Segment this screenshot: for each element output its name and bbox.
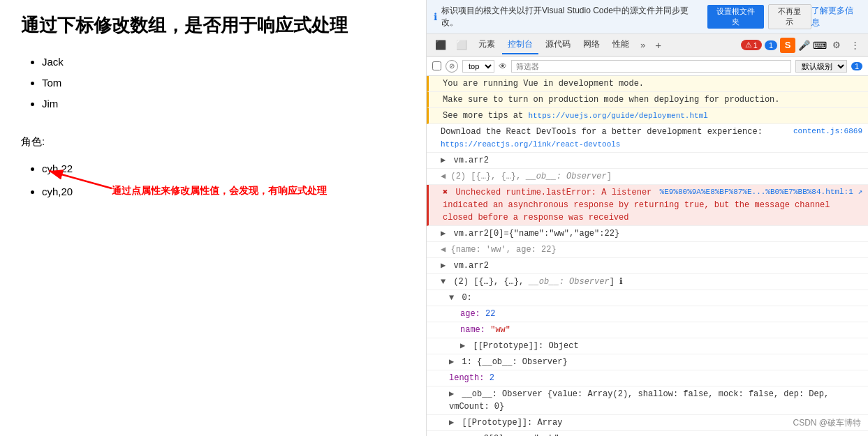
name-list: Jack Tom Jim xyxy=(21,52,405,114)
console-line-1: ▶ 1: {__ob__: Observer} xyxy=(427,354,868,370)
console-line-length: length: 2 xyxy=(427,370,868,386)
expand-icon-8[interactable]: ▶ xyxy=(449,389,454,399)
set-root-button[interactable]: 设置根文件夹 xyxy=(707,5,764,29)
console-line-vmarr2-expand: ▼ (2) [{…}, {…}, __ob__: Observer] ℹ xyxy=(427,274,868,290)
console-line-age: age: 22 xyxy=(427,306,868,322)
mic-icon: 🎤 xyxy=(798,40,810,51)
learn-more-link[interactable]: 了解更多信息 xyxy=(811,5,861,29)
more-tabs-icon[interactable]: » xyxy=(636,37,649,53)
error-icon-red: ✖ xyxy=(443,188,448,197)
main-title: 通过下标修改数组，是否用于响应式处理 xyxy=(21,14,405,38)
info-bar-left: ℹ 标识项目的根文件夹以打开Visual Studio Code中的源文件并同步… xyxy=(434,4,811,29)
react-devtools-link[interactable]: https://reactjs.org/link/react-devtools xyxy=(441,140,620,149)
add-tab-icon[interactable]: + xyxy=(651,36,665,54)
expand-icon-6[interactable]: ▶ xyxy=(460,341,465,351)
console-line-ob: ▶ __ob__: Observer {value: Array(2), sha… xyxy=(427,386,868,415)
tab-console[interactable]: 控制台 xyxy=(502,36,538,54)
console-line-vue-1: You are running Vue in development mode. xyxy=(427,76,868,92)
warning-badge: 1 xyxy=(765,40,777,50)
list-item: Tom xyxy=(42,73,405,93)
filter-checkbox[interactable] xyxy=(432,61,441,70)
eye-icon[interactable]: 👁 xyxy=(499,61,507,71)
console-line-name: name: "ww" xyxy=(427,322,868,338)
role-item-1: cyh,22 xyxy=(42,157,405,180)
error-icon: ⚠ xyxy=(745,40,752,50)
expand-icon-3[interactable]: ▶ xyxy=(441,261,446,271)
tab-sources[interactable]: 源代码 xyxy=(540,36,576,54)
console-line-vue-2: Make sure to turn on production mode whe… xyxy=(427,92,868,108)
translate-icon: ⌨ xyxy=(813,40,827,51)
tab-performance[interactable]: 性能 xyxy=(607,36,635,54)
console-content[interactable]: You are running Vue in development mode.… xyxy=(427,76,868,436)
error-badge: ⚠ 1 xyxy=(741,40,762,50)
content-js-link[interactable]: content.js:6869 xyxy=(793,126,862,137)
expand-icon-7[interactable]: ▶ xyxy=(449,357,454,367)
tab-network[interactable]: 网络 xyxy=(578,36,605,54)
level-badge: 1 xyxy=(851,62,862,70)
info-bar: ℹ 标识项目的根文件夹以打开Visual Studio Code中的源文件并同步… xyxy=(427,0,868,34)
console-line-react: content.js:6869 Download the React DevTo… xyxy=(427,124,868,153)
expand-icon-2[interactable]: ▶ xyxy=(441,229,446,239)
clear-console-icon[interactable]: ⊘ xyxy=(446,60,458,73)
devtools-tabs: ⬛ ⬜ 元素 控制台 源代码 网络 性能 » + ⚠ 1 1 S 🎤 ⌨ ⚙ ⋮ xyxy=(427,34,868,57)
filter-bar: ⊘ top 👁 默认级别 1 xyxy=(427,57,868,76)
console-line-set-result: ◀ {name: 'ww', age: 22} xyxy=(427,242,868,258)
context-select[interactable]: top xyxy=(462,60,494,73)
filter-input[interactable] xyxy=(511,60,791,73)
right-panel: ℹ 标识项目的根文件夹以打开Visual Studio Code中的源文件并同步… xyxy=(426,0,868,436)
console-line-set-item: ▶ vm.arr2[0]={"name":"ww","age":22} xyxy=(427,226,868,242)
more-options-icon[interactable]: ⋮ xyxy=(846,37,864,53)
expand-icon-4[interactable]: ▼ xyxy=(441,277,446,287)
error-source-link[interactable]: %E9%80%9A%E8%BF%87%E...%B0%E7%BB%84.html… xyxy=(660,186,862,198)
left-panel: 通过下标修改数组，是否用于响应式处理 Jack Tom Jim 角色: cyh,… xyxy=(0,0,426,436)
list-item: Jack xyxy=(42,52,405,73)
tab-badges-area: ⚠ 1 1 S 🎤 ⌨ xyxy=(741,38,827,53)
console-line-vmarr2-result-1: ◀ (2) [{…}, {…}, __ob__: Observer] xyxy=(427,169,868,185)
level-select[interactable]: 默认级别 xyxy=(795,60,847,73)
list-item: Jim xyxy=(42,93,405,114)
annotation-text: 通过点属性来修改属性值，会发现，有响应式处理 xyxy=(112,185,327,197)
expand-icon-9[interactable]: ▶ xyxy=(449,418,454,428)
settings-icon[interactable]: ⚙ xyxy=(828,37,845,53)
info-text: 标识项目的根文件夹以打开Visual Studio Code中的源文件并同步更改… xyxy=(441,5,703,29)
vue-deployment-link[interactable]: https://vuejs.org/guide/deployment.html xyxy=(528,112,707,120)
info-icon: ℹ xyxy=(434,11,437,22)
tab-icon-2[interactable]: ⬜ xyxy=(452,37,471,53)
expand-icon-1[interactable]: ▶ xyxy=(441,156,446,165)
console-line-name-set1: ▶ vm.arr2[0].name="cyh" xyxy=(427,431,868,436)
console-line-error: %E9%80%9A%E8%BF%87%E...%B0%E7%BB%84.html… xyxy=(427,185,868,226)
console-line-vmarr2-1: ▶ vm.arr2 xyxy=(427,153,868,169)
watermark: CSDN @破车博特 xyxy=(793,417,861,429)
tab-icon-1[interactable]: ⬛ xyxy=(431,37,450,53)
tab-elements[interactable]: 元素 xyxy=(473,36,501,54)
role-label: 角色: xyxy=(21,135,405,149)
expand-icon-5[interactable]: ▼ xyxy=(449,293,454,303)
dismiss-button[interactable]: 不再显示 xyxy=(768,4,811,29)
sogou-icon: S xyxy=(780,38,795,53)
console-line-0: ▼ 0: xyxy=(427,290,868,306)
console-line-vmarr2-2: ▶ vm.arr2 xyxy=(427,258,868,274)
console-line-vue-3: See more tips at https://vuejs.org/guide… xyxy=(427,108,868,124)
console-line-prototype-obj: ▶ [[Prototype]]: Object xyxy=(427,338,868,354)
